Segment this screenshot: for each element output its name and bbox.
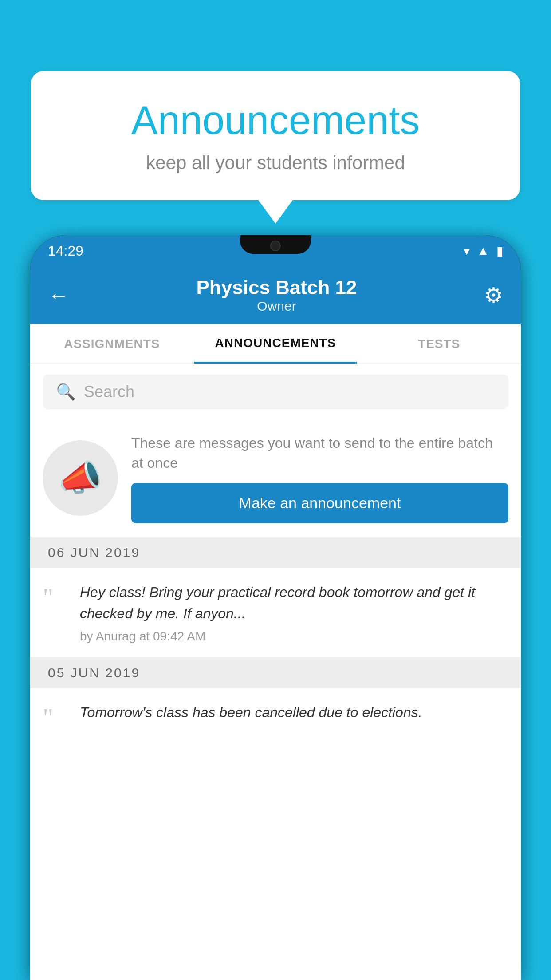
content-area: 🔍 Search 📣 These are messages you want t… [30, 364, 521, 980]
announcement-message-2: Tomorrow's class has been cancelled due … [80, 702, 508, 723]
tab-bar: ASSIGNMENTS ANNOUNCEMENTS TESTS [30, 324, 521, 364]
status-time: 14:29 [48, 243, 83, 259]
app-header: ← Physics Batch 12 Owner ⚙ [30, 266, 521, 324]
announcement-prompt: 📣 These are messages you want to send to… [30, 420, 521, 537]
make-announcement-button[interactable]: Make an announcement [131, 483, 508, 523]
speech-bubble: Announcements keep all your students inf… [31, 71, 520, 200]
battery-icon: ▮ [496, 244, 503, 258]
megaphone-circle: 📣 [43, 440, 118, 516]
phone-notch [240, 235, 311, 254]
announcement-author-1: by Anurag at 09:42 AM [80, 629, 508, 644]
date-separator-2: 05 JUN 2019 [30, 657, 521, 688]
tab-announcements[interactable]: ANNOUNCEMENTS [194, 324, 358, 364]
camera [270, 241, 281, 251]
date-separator-1: 06 JUN 2019 [30, 537, 521, 568]
phone-frame: 14:29 ▾ ▲ ▮ ← Physics Batch 12 Owner ⚙ A… [30, 235, 521, 980]
intro-section: Announcements keep all your students inf… [31, 71, 520, 224]
batch-title: Physics Batch 12 [197, 277, 357, 299]
quote-icon-1: " [43, 584, 69, 611]
bubble-title: Announcements [67, 98, 484, 143]
announcement-content-2: Tomorrow's class has been cancelled due … [80, 702, 508, 728]
announcement-message-1: Hey class! Bring your practical record b… [80, 581, 508, 624]
search-placeholder: Search [84, 383, 134, 401]
back-button[interactable]: ← [48, 283, 69, 308]
search-icon: 🔍 [56, 383, 76, 401]
bubble-subtitle: keep all your students informed [67, 152, 484, 174]
tab-tests[interactable]: TESTS [357, 324, 521, 364]
search-bar[interactable]: 🔍 Search [43, 375, 508, 409]
wifi-icon: ▾ [464, 244, 470, 258]
prompt-right: These are messages you want to send to t… [131, 433, 508, 523]
prompt-description: These are messages you want to send to t… [131, 433, 508, 473]
announcement-content-1: Hey class! Bring your practical record b… [80, 581, 508, 644]
megaphone-icon: 📣 [58, 457, 102, 499]
announcement-item-1: " Hey class! Bring your practical record… [30, 568, 521, 657]
batch-role: Owner [197, 299, 357, 314]
quote-icon-2: " [43, 704, 69, 731]
announcement-item-2: " Tomorrow's class has been cancelled du… [30, 688, 521, 744]
signal-icon: ▲ [477, 244, 489, 258]
speech-bubble-tail [258, 199, 293, 224]
tab-assignments[interactable]: ASSIGNMENTS [30, 324, 194, 364]
status-icons: ▾ ▲ ▮ [464, 244, 503, 258]
header-center: Physics Batch 12 Owner [197, 277, 357, 314]
settings-button[interactable]: ⚙ [484, 283, 503, 308]
